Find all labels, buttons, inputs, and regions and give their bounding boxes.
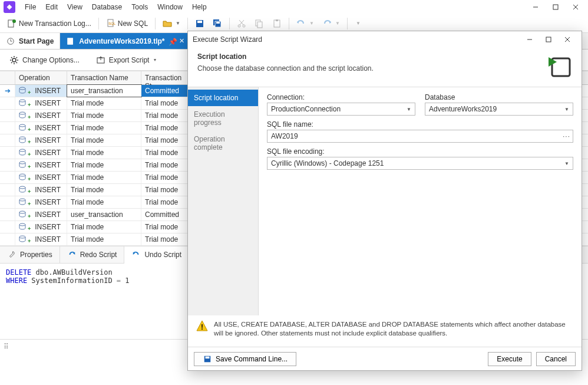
minimize-icon	[527, 37, 533, 42]
separator	[347, 18, 348, 29]
wizard-section-title: Script location	[197, 52, 374, 61]
tab-start-label: Start Page	[19, 37, 54, 45]
svg-point-48	[19, 211, 25, 213]
browse-button[interactable]: ···	[563, 132, 570, 140]
copy-button[interactable]	[251, 17, 267, 31]
redo-icon	[67, 250, 77, 259]
folder-open-icon	[163, 19, 172, 28]
database-insert-icon	[19, 161, 27, 169]
paste-button[interactable]	[269, 17, 285, 31]
svg-rect-21	[276, 19, 278, 21]
cut-button[interactable]	[233, 17, 250, 31]
tab-undo-script[interactable]: Undo Script	[124, 246, 189, 264]
pin-icon[interactable]: 📌	[169, 38, 176, 45]
new-transaction-log-button[interactable]: New Transaction Log...	[4, 17, 95, 31]
cell-transaction-name: Trial mode	[67, 134, 141, 146]
step-operation-complete[interactable]: Operation complete	[188, 131, 258, 156]
window-close-button[interactable]	[566, 0, 586, 14]
encoding-value: Cyrillic (Windows) - Codepage 1251	[271, 159, 384, 167]
menu-tools[interactable]: Tools	[127, 1, 153, 13]
tab-properties[interactable]: Properties	[0, 246, 60, 263]
svg-point-42	[19, 137, 25, 139]
database-value: AdventureWorks2019	[429, 105, 497, 113]
svg-line-16	[240, 20, 244, 25]
menu-file[interactable]: File	[20, 1, 41, 13]
wrench-icon	[7, 250, 16, 259]
operation-value: INSERT	[35, 111, 61, 120]
cell-transaction-status: Trial mode	[141, 184, 189, 196]
tab-start-page[interactable]: Start Page	[0, 33, 60, 49]
svg-rect-2	[553, 5, 558, 9]
wizard-titlebar[interactable]: Execute Script Wizard	[188, 31, 582, 48]
svg-rect-62	[206, 356, 210, 358]
operation-value: INSERT	[35, 223, 61, 231]
menu-view[interactable]: View	[62, 1, 87, 13]
svg-rect-13	[216, 22, 220, 24]
tab-redo-script[interactable]: Redo Script	[60, 246, 125, 263]
encoding-dropdown[interactable]: Cyrillic (Windows) - Codepage 1251 ▼	[267, 157, 573, 170]
save-command-line-button[interactable]: Save Command Line...	[194, 352, 296, 366]
window-maximize-button[interactable]	[546, 0, 566, 14]
save-all-button[interactable]	[209, 17, 226, 31]
wizard-maximize-button[interactable]	[539, 32, 558, 47]
menu-help[interactable]: Help	[187, 1, 212, 13]
change-options-button[interactable]: Change Options...	[6, 53, 83, 67]
cell-operation: +INSERT	[15, 85, 67, 97]
connection-dropdown[interactable]: ProductionConnection ▼	[267, 103, 415, 116]
redo-button[interactable]: ▼	[319, 17, 343, 31]
cancel-label: Cancel	[545, 355, 567, 363]
svg-point-14	[238, 25, 240, 27]
minimize-icon	[533, 4, 539, 10]
filename-input[interactable]: AW2019 ···	[267, 130, 573, 143]
operation-value: INSERT	[35, 210, 61, 219]
wizard-footer: Save Command Line... Execute Cancel	[188, 347, 582, 370]
cell-transaction-name: Trial mode	[67, 110, 141, 121]
svg-point-49	[19, 223, 25, 226]
chevron-down-icon: ▼	[309, 21, 314, 26]
tab-adventureworks[interactable]: AdventureWorks2019.tlp* 📌 ✕	[60, 33, 190, 49]
indicator-column[interactable]	[0, 71, 15, 84]
cell-operation: +INSERT	[15, 110, 67, 121]
execute-button[interactable]: Execute	[488, 352, 531, 366]
svg-line-36	[16, 57, 18, 58]
redo-icon	[322, 19, 332, 28]
row-indicator	[0, 196, 15, 208]
database-dropdown[interactable]: AdventureWorks2019 ▼	[425, 103, 573, 116]
row-indicator	[0, 233, 15, 245]
column-transaction-name[interactable]: Transaction Name	[67, 71, 141, 84]
menu-edit[interactable]: Edit	[41, 1, 62, 13]
current-row-icon: ➔	[5, 87, 11, 95]
svg-text:!: !	[201, 323, 203, 331]
wizard-minimize-button[interactable]	[520, 32, 539, 47]
svg-rect-27	[68, 38, 73, 44]
menu-database[interactable]: Database	[87, 1, 127, 13]
wizard-logo-icon	[546, 52, 572, 78]
undo-button[interactable]: ▼	[293, 17, 318, 31]
step-execution-progress[interactable]: Execution progress	[188, 106, 258, 131]
column-transaction-status[interactable]: Transaction St	[141, 71, 189, 84]
export-script-button[interactable]: Export Script ▾	[93, 53, 163, 67]
cell-transaction-name: user_transaction	[67, 85, 141, 97]
window-minimize-button[interactable]	[526, 0, 546, 14]
cell-transaction-name: Trial mode	[67, 122, 141, 134]
database-insert-icon	[19, 124, 27, 132]
wizard-header: Script location Choose the database conn…	[188, 48, 582, 87]
operation-value: INSERT	[35, 149, 61, 157]
menu-window[interactable]: Window	[153, 1, 187, 13]
drag-handle-icon[interactable]: ⠿	[4, 343, 9, 351]
operation-value: INSERT	[35, 87, 61, 95]
svg-point-50	[19, 236, 25, 238]
tab-close-icon[interactable]: ✕	[179, 37, 184, 45]
clock-icon	[6, 37, 15, 46]
new-sql-button[interactable]: SQL New SQL	[103, 17, 151, 31]
save-button[interactable]	[191, 17, 208, 31]
save-all-icon	[213, 19, 222, 28]
wizard-close-button[interactable]	[558, 32, 577, 47]
open-button[interactable]: ▼	[159, 17, 184, 31]
column-operation[interactable]: Operation	[15, 71, 67, 84]
step-script-location[interactable]: Script location	[188, 90, 258, 106]
cancel-button[interactable]: Cancel	[536, 352, 576, 366]
more-button[interactable]: ▼	[351, 18, 364, 28]
app-logo-icon	[4, 1, 15, 13]
wizard-steps: Script location Execution progress Opera…	[188, 87, 259, 315]
